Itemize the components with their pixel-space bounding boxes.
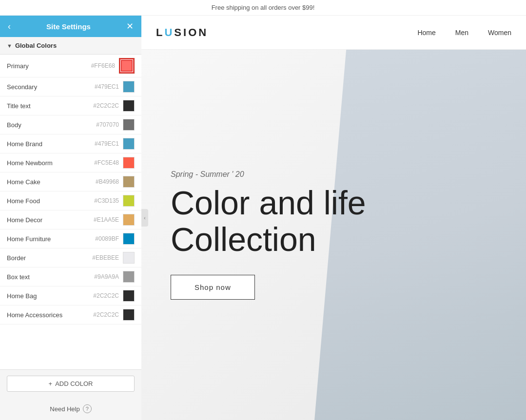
- color-row-body[interactable]: Body#707070: [0, 115, 141, 134]
- hero-section: Spring - Summer ' 20 Color and life Coll…: [141, 50, 526, 420]
- color-swatch-box-text: [123, 271, 135, 283]
- color-label-box-text: Box text: [7, 273, 94, 281]
- color-hex-secondary: #479EC1: [95, 83, 119, 90]
- color-swatch-home-food: [123, 195, 135, 207]
- sidebar: ‹ Site Settings ✕ ▼ Global Colors Primar…: [0, 16, 141, 420]
- nav-link-women[interactable]: Women: [488, 29, 511, 37]
- add-color-button[interactable]: + ADD COLOR: [7, 376, 135, 392]
- color-hex-body: #707070: [96, 121, 119, 128]
- shop-now-button[interactable]: Shop now: [171, 275, 255, 300]
- color-label-home-bag: Home Bag: [7, 292, 93, 300]
- color-hex-title-text: #2C2C2C: [93, 102, 119, 109]
- color-swatch-home-brand: [123, 138, 135, 150]
- color-label-home-furniture: Home Furniture: [7, 235, 95, 243]
- hero-subtitle: Spring - Summer ' 20: [171, 170, 366, 179]
- color-hex-home-brand: #479EC1: [95, 140, 119, 147]
- color-hex-border: #EBEBEE: [92, 254, 119, 261]
- color-swatch-secondary: [123, 81, 135, 93]
- color-label-secondary: Secondary: [7, 83, 95, 91]
- color-hex-home-food: #C3D135: [94, 197, 119, 204]
- sidebar-footer: + ADD COLOR: [0, 369, 141, 398]
- hero-title: Color and life Collection: [171, 185, 366, 258]
- color-hex-home-decor: #E1AA5E: [94, 216, 119, 223]
- hero-content: Spring - Summer ' 20 Color and life Coll…: [171, 170, 366, 300]
- color-hex-home-furniture: #0089BF: [95, 235, 119, 242]
- color-swatch-border: [123, 252, 135, 264]
- content-area: LUSION Home Men Women Spring - Summer ' …: [141, 16, 526, 420]
- chevron-down-icon: ▼: [7, 43, 12, 49]
- color-swatch-home-accessories: [123, 309, 135, 321]
- color-row-border[interactable]: Border#EBEBEE: [0, 248, 141, 267]
- color-hex-home-cake: #B49968: [96, 178, 119, 185]
- color-swatch-home-bag: [123, 290, 135, 302]
- colors-list: Primary#FF6E68Secondary#479EC1Title text…: [0, 55, 141, 369]
- sidebar-section-header: ▼ Global Colors: [0, 37, 141, 55]
- color-hex-home-newborn: #FC5E48: [94, 159, 119, 166]
- color-label-title-text: Title text: [7, 102, 93, 110]
- color-row-home-brand[interactable]: Home Brand#479EC1: [0, 134, 141, 153]
- color-label-home-decor: Home Decor: [7, 216, 94, 224]
- color-swatch-home-furniture: [123, 233, 135, 245]
- plus-icon: +: [49, 380, 53, 387]
- color-row-home-bag[interactable]: Home Bag#2C2C2C: [0, 286, 141, 305]
- color-label-body: Body: [7, 121, 96, 129]
- color-row-home-cake[interactable]: Home Cake#B49968: [0, 172, 141, 191]
- collapse-tab[interactable]: ‹: [141, 209, 148, 227]
- color-row-title-text[interactable]: Title text#2C2C2C: [0, 96, 141, 115]
- color-row-box-text[interactable]: Box text#9A9A9A: [0, 267, 141, 286]
- site-logo: LUSION: [156, 26, 208, 39]
- color-swatch-home-cake: [123, 176, 135, 188]
- hero-title-line1: Color and life: [171, 184, 366, 221]
- color-swatch-home-newborn: [123, 157, 135, 169]
- color-hex-home-bag: #2C2C2C: [93, 292, 119, 299]
- color-label-home-brand: Home Brand: [7, 140, 95, 148]
- color-swatch-wrapper-primary: [119, 58, 135, 74]
- sidebar-help: Need Help ?: [0, 398, 141, 420]
- color-label-home-newborn: Home Newborm: [7, 159, 94, 167]
- sidebar-close-button[interactable]: ✕: [124, 20, 136, 33]
- color-swatch-title-text: [123, 100, 135, 112]
- color-swatch-home-decor: [123, 214, 135, 226]
- sidebar-title: Site Settings: [13, 22, 124, 31]
- color-swatch-primary: [121, 60, 133, 72]
- add-color-label: ADD COLOR: [55, 380, 93, 387]
- color-hex-box-text: #9A9A9A: [94, 273, 119, 280]
- color-row-primary[interactable]: Primary#FF6E68: [0, 55, 141, 77]
- color-row-home-newborn[interactable]: Home Newborm#FC5E48: [0, 153, 141, 172]
- color-swatch-body: [123, 119, 135, 131]
- color-row-home-accessories[interactable]: Home Accessorices#2C2C2C: [0, 305, 141, 325]
- color-label-home-cake: Home Cake: [7, 178, 96, 186]
- site-nav: LUSION Home Men Women: [141, 16, 526, 50]
- nav-link-home[interactable]: Home: [417, 29, 435, 37]
- color-label-home-accessories: Home Accessorices: [7, 311, 93, 319]
- color-hex-primary: #FF6E68: [91, 62, 115, 69]
- top-bar-message: Free shipping on all orders over $99!: [212, 4, 315, 11]
- color-row-home-decor[interactable]: Home Decor#E1AA5E: [0, 210, 141, 229]
- logo-highlight: U: [164, 26, 174, 38]
- nav-link-men[interactable]: Men: [455, 29, 468, 37]
- color-label-primary: Primary: [7, 62, 91, 70]
- sidebar-header: ‹ Site Settings ✕: [0, 16, 141, 37]
- color-hex-home-accessories: #2C2C2C: [93, 311, 119, 318]
- collapse-icon: ‹: [144, 215, 145, 221]
- section-title: Global Colors: [15, 42, 57, 49]
- color-label-home-food: Home Food: [7, 197, 94, 205]
- hero-title-line2: Collection: [171, 221, 316, 258]
- color-row-home-food[interactable]: Home Food#C3D135: [0, 191, 141, 210]
- help-icon[interactable]: ?: [83, 404, 92, 413]
- color-row-secondary[interactable]: Secondary#479EC1: [0, 77, 141, 96]
- sidebar-back-button[interactable]: ‹: [6, 20, 13, 33]
- color-row-home-furniture[interactable]: Home Furniture#0089BF: [0, 229, 141, 248]
- help-label: Need Help: [50, 405, 79, 413]
- color-label-border: Border: [7, 254, 92, 262]
- top-bar: Free shipping on all orders over $99!: [0, 0, 526, 16]
